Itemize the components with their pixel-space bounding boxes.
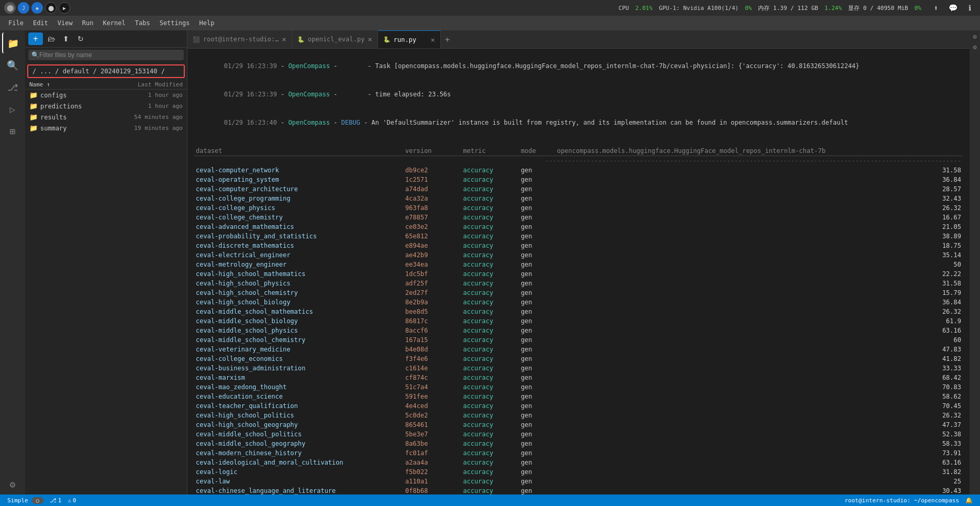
table-row: ceval-electrical_engineerae42b9accuracyg… xyxy=(194,250,963,260)
app-icons: ⬤ J ◆ ⬤ ▶ xyxy=(4,2,70,14)
table-row: ceval-lawa110a1accuracygen25 xyxy=(194,477,963,486)
profile-icon[interactable]: ⬆ xyxy=(930,2,942,14)
col-mode: mode xyxy=(519,146,555,156)
gpu-value: 0% xyxy=(745,5,752,12)
breadcrumb: / ... / default / 20240129_153140 / xyxy=(27,64,185,78)
data-table: dataset version metric mode opencompass.… xyxy=(194,146,963,494)
app-icon-3[interactable]: ◆ xyxy=(31,2,43,14)
search-box: 🔍 xyxy=(28,50,184,60)
top-bar: ⬤ J ◆ ⬤ ▶ CPU 2.01% GPU-1: Nvidia A100(1… xyxy=(0,0,980,16)
col-model: opencompass.models.huggingface.HuggingFa… xyxy=(555,146,931,156)
new-folder-button[interactable]: 🗁 xyxy=(45,32,58,45)
table-row: ceval-middle_school_chemistry167a15accur… xyxy=(194,335,963,345)
menu-run[interactable]: Run xyxy=(78,18,98,28)
table-row: ceval-high_school_mathematics1dc5bfaccur… xyxy=(194,269,963,279)
table-row: ceval-business_administrationc1614eaccur… xyxy=(194,364,963,373)
list-item[interactable]: 📁 configs 1 hour ago xyxy=(25,90,187,101)
menu-help[interactable]: Help xyxy=(195,18,218,28)
search-input[interactable] xyxy=(39,51,181,59)
menu-tabs[interactable]: Tabs xyxy=(131,18,154,28)
app-icon-5[interactable]: ▶ xyxy=(59,2,70,14)
system-info: CPU 2.01% GPU-1: Nvidia A100(1/4) 0% 内存 … xyxy=(619,4,921,12)
table-row: ceval-middle_school_mathematicsbee8d5acc… xyxy=(194,307,963,316)
branch-label: 1 xyxy=(58,497,62,504)
menu-settings[interactable]: Settings xyxy=(155,18,194,28)
tab-add-button[interactable]: + xyxy=(441,30,454,48)
log-line: 01/29 16:23:39 - OpenCompass - - time el… xyxy=(194,80,963,108)
col-name-header[interactable]: Name ↑ xyxy=(29,81,115,88)
status-cwd: root@intern-studio: ~/opencompass xyxy=(841,497,962,504)
bell-icon: 🔔 xyxy=(965,497,973,504)
status-errors: ⚠ 0 xyxy=(64,497,79,504)
table-row: ceval-operating_system1c2571accuracygen3… xyxy=(194,175,963,184)
menu-file[interactable]: File xyxy=(4,18,28,28)
table-row: ceval-high_school_physicsadf25faccuracyg… xyxy=(194,279,963,288)
list-item[interactable]: 📁 results 54 minutes ago xyxy=(25,112,187,123)
table-row: ceval-college_economicsf3f4e6accuracygen… xyxy=(194,354,963,364)
app-icon-1[interactable]: ⬤ xyxy=(4,2,16,14)
menu-kernel[interactable]: Kernel xyxy=(98,18,129,28)
activity-extensions[interactable]: ⊞ xyxy=(2,120,23,141)
activity-explorer[interactable]: 📁 xyxy=(2,32,23,53)
search-icon: 🔍 xyxy=(31,51,39,59)
status-mode[interactable]: Simple ○ xyxy=(4,497,47,504)
folder-icon: 📁 xyxy=(29,102,38,110)
menu-view[interactable]: View xyxy=(53,18,77,28)
mem1-value: 1.24% xyxy=(825,5,842,12)
upload-button[interactable]: ⬆ xyxy=(60,32,72,45)
tab-run-close[interactable]: × xyxy=(430,36,435,44)
cpu-label: CPU xyxy=(619,5,629,12)
editor-area: ⬛ root@intern-studio: ~/op× × 🐍 openicl_… xyxy=(187,30,970,494)
table-row: ceval-high_school_geography865461accurac… xyxy=(194,420,963,430)
terminal-content[interactable]: 01/29 16:23:39 - OpenCompass - - Task [o… xyxy=(187,49,970,494)
error-count: 0 xyxy=(73,497,76,504)
list-item[interactable]: 📁 predictions 1 hour ago xyxy=(25,101,187,112)
table-row: ceval-chinese_language_and_literature0f8… xyxy=(194,486,963,494)
activity-settings[interactable]: ⚙ xyxy=(2,474,23,494)
tab-openicl[interactable]: 🐍 openicl_eval.py × xyxy=(292,30,378,48)
status-bell[interactable]: 🔔 xyxy=(962,497,976,504)
main-area: 📁 🔍 ⎇ ▷ ⊞ ⚙ + 🗁 ⬆ ↻ 🔍 / ... / default / … xyxy=(0,30,980,494)
right-panel-icon-1[interactable]: ⚙ xyxy=(971,32,979,41)
info-icon[interactable]: ℹ xyxy=(963,2,976,14)
table-row: ceval-high_school_biology8e2b9aaccuracyg… xyxy=(194,298,963,307)
activity-search[interactable]: 🔍 xyxy=(2,54,23,75)
table-row: ceval-middle_school_politics5be3e7accura… xyxy=(194,430,963,439)
new-file-button[interactable]: + xyxy=(28,32,43,45)
app-icon-jupyter[interactable]: J xyxy=(18,2,29,14)
menu-edit[interactable]: Edit xyxy=(29,18,52,28)
branch-icon: ⎇ xyxy=(50,497,57,504)
table-row: ceval-middle_school_biology86817caccurac… xyxy=(194,316,963,326)
col-version: version xyxy=(403,146,461,156)
app-icon-4[interactable]: ⬤ xyxy=(45,2,57,14)
status-toggle[interactable]: ○ xyxy=(32,497,43,504)
tab-openicl-icon: 🐍 xyxy=(297,36,305,43)
table-row: ceval-education_science591feeaccuracygen… xyxy=(194,392,963,401)
file-name: results xyxy=(40,114,115,121)
file-toolbar: + 🗁 ⬆ ↻ xyxy=(25,30,187,48)
status-cwd-text: root@intern-studio: ~/opencompass xyxy=(844,497,959,504)
mem2-label: 显存 0 / 40950 MiB xyxy=(848,4,908,12)
right-panel-icon-2[interactable]: ⚙ xyxy=(971,43,979,51)
col-modified-header: Last Modified xyxy=(115,81,183,88)
activity-git[interactable]: ⎇ xyxy=(2,76,23,97)
table-row: ceval-high_school_politics5c0de2accuracy… xyxy=(194,411,963,420)
activity-bar: 📁 🔍 ⎇ ▷ ⊞ ⚙ xyxy=(0,30,25,494)
refresh-button[interactable]: ↻ xyxy=(74,32,87,45)
table-row: ceval-middle_school_physics8accf6accurac… xyxy=(194,326,963,335)
tab-bar: ⬛ root@intern-studio: ~/op× × 🐍 openicl_… xyxy=(187,30,970,49)
tab-run[interactable]: 🐍 run.py × xyxy=(378,30,441,48)
tab-terminal-close[interactable]: × xyxy=(282,35,286,43)
chat-icon[interactable]: 💬 xyxy=(946,2,959,14)
list-item[interactable]: 📁 summary 19 minutes ago xyxy=(25,123,187,134)
table-row: ceval-logicf5b022accuracygen31.82 xyxy=(194,467,963,477)
status-branch: ⎇ 1 xyxy=(47,497,65,504)
tab-openicl-close[interactable]: × xyxy=(368,35,372,43)
col-metric: metric xyxy=(461,146,518,156)
right-panel: ⚙ ⚙ xyxy=(970,30,980,494)
file-list-header: Name ↑ Last Modified xyxy=(25,80,187,90)
tab-terminal[interactable]: ⬛ root@intern-studio: ~/op× × xyxy=(187,30,292,48)
file-list: 📁 configs 1 hour ago 📁 predictions 1 hou… xyxy=(25,90,187,494)
file-modified: 19 minutes ago xyxy=(115,125,183,131)
activity-run[interactable]: ▷ xyxy=(2,98,23,119)
